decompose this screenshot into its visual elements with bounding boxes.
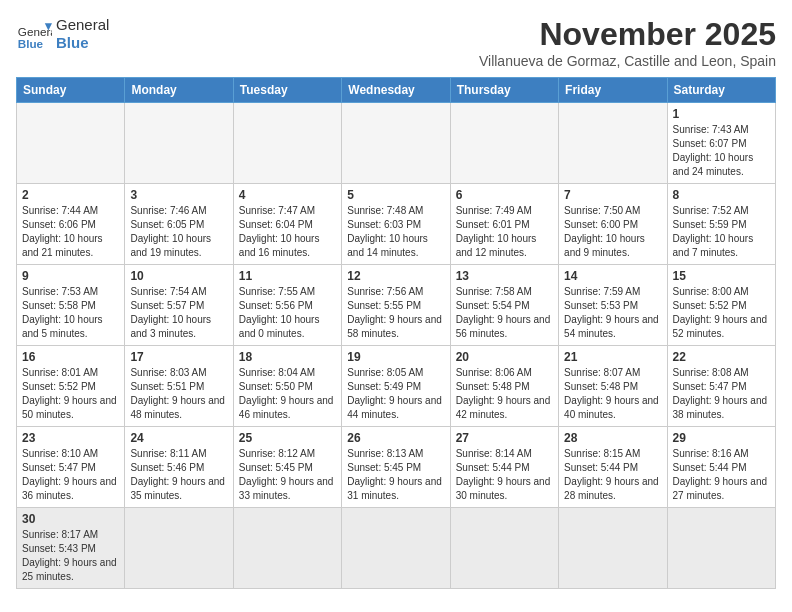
day-number: 20 — [456, 350, 553, 364]
day-info: Sunrise: 7:58 AM Sunset: 5:54 PM Dayligh… — [456, 285, 553, 341]
day-info: Sunrise: 8:07 AM Sunset: 5:48 PM Dayligh… — [564, 366, 661, 422]
day-info: Sunrise: 7:46 AM Sunset: 6:05 PM Dayligh… — [130, 204, 227, 260]
day-info: Sunrise: 8:11 AM Sunset: 5:46 PM Dayligh… — [130, 447, 227, 503]
day-cell — [450, 508, 558, 589]
day-number: 10 — [130, 269, 227, 283]
day-info: Sunrise: 7:53 AM Sunset: 5:58 PM Dayligh… — [22, 285, 119, 341]
day-cell: 19Sunrise: 8:05 AM Sunset: 5:49 PM Dayli… — [342, 346, 450, 427]
day-cell: 27Sunrise: 8:14 AM Sunset: 5:44 PM Dayli… — [450, 427, 558, 508]
day-info: Sunrise: 7:52 AM Sunset: 5:59 PM Dayligh… — [673, 204, 770, 260]
day-cell: 24Sunrise: 8:11 AM Sunset: 5:46 PM Dayli… — [125, 427, 233, 508]
day-cell: 29Sunrise: 8:16 AM Sunset: 5:44 PM Dayli… — [667, 427, 775, 508]
day-cell: 26Sunrise: 8:13 AM Sunset: 5:45 PM Dayli… — [342, 427, 450, 508]
day-info: Sunrise: 7:56 AM Sunset: 5:55 PM Dayligh… — [347, 285, 444, 341]
weekday-header-thursday: Thursday — [450, 78, 558, 103]
day-cell: 6Sunrise: 7:49 AM Sunset: 6:01 PM Daylig… — [450, 184, 558, 265]
day-number: 21 — [564, 350, 661, 364]
svg-text:Blue: Blue — [18, 37, 44, 50]
day-cell — [233, 103, 341, 184]
day-number: 3 — [130, 188, 227, 202]
calendar-table: SundayMondayTuesdayWednesdayThursdayFrid… — [16, 77, 776, 589]
week-row-4: 23Sunrise: 8:10 AM Sunset: 5:47 PM Dayli… — [17, 427, 776, 508]
day-number: 9 — [22, 269, 119, 283]
week-row-0: 1Sunrise: 7:43 AM Sunset: 6:07 PM Daylig… — [17, 103, 776, 184]
day-number: 7 — [564, 188, 661, 202]
day-cell: 30Sunrise: 8:17 AM Sunset: 5:43 PM Dayli… — [17, 508, 125, 589]
weekday-header-friday: Friday — [559, 78, 667, 103]
day-info: Sunrise: 7:50 AM Sunset: 6:00 PM Dayligh… — [564, 204, 661, 260]
day-cell: 7Sunrise: 7:50 AM Sunset: 6:00 PM Daylig… — [559, 184, 667, 265]
week-row-2: 9Sunrise: 7:53 AM Sunset: 5:58 PM Daylig… — [17, 265, 776, 346]
day-cell: 15Sunrise: 8:00 AM Sunset: 5:52 PM Dayli… — [667, 265, 775, 346]
day-info: Sunrise: 8:08 AM Sunset: 5:47 PM Dayligh… — [673, 366, 770, 422]
day-cell — [559, 103, 667, 184]
day-info: Sunrise: 7:44 AM Sunset: 6:06 PM Dayligh… — [22, 204, 119, 260]
weekday-header-wednesday: Wednesday — [342, 78, 450, 103]
day-cell — [342, 103, 450, 184]
day-cell: 11Sunrise: 7:55 AM Sunset: 5:56 PM Dayli… — [233, 265, 341, 346]
day-number: 6 — [456, 188, 553, 202]
week-row-1: 2Sunrise: 7:44 AM Sunset: 6:06 PM Daylig… — [17, 184, 776, 265]
day-info: Sunrise: 7:55 AM Sunset: 5:56 PM Dayligh… — [239, 285, 336, 341]
day-info: Sunrise: 7:49 AM Sunset: 6:01 PM Dayligh… — [456, 204, 553, 260]
day-cell: 2Sunrise: 7:44 AM Sunset: 6:06 PM Daylig… — [17, 184, 125, 265]
day-number: 28 — [564, 431, 661, 445]
day-number: 14 — [564, 269, 661, 283]
day-cell — [559, 508, 667, 589]
day-cell: 20Sunrise: 8:06 AM Sunset: 5:48 PM Dayli… — [450, 346, 558, 427]
day-info: Sunrise: 8:16 AM Sunset: 5:44 PM Dayligh… — [673, 447, 770, 503]
day-number: 22 — [673, 350, 770, 364]
day-cell: 23Sunrise: 8:10 AM Sunset: 5:47 PM Dayli… — [17, 427, 125, 508]
day-cell: 22Sunrise: 8:08 AM Sunset: 5:47 PM Dayli… — [667, 346, 775, 427]
day-number: 23 — [22, 431, 119, 445]
day-info: Sunrise: 8:04 AM Sunset: 5:50 PM Dayligh… — [239, 366, 336, 422]
day-cell — [450, 103, 558, 184]
day-info: Sunrise: 8:05 AM Sunset: 5:49 PM Dayligh… — [347, 366, 444, 422]
day-cell: 28Sunrise: 8:15 AM Sunset: 5:44 PM Dayli… — [559, 427, 667, 508]
weekday-header-saturday: Saturday — [667, 78, 775, 103]
day-cell: 9Sunrise: 7:53 AM Sunset: 5:58 PM Daylig… — [17, 265, 125, 346]
weekday-header-tuesday: Tuesday — [233, 78, 341, 103]
day-number: 26 — [347, 431, 444, 445]
weekday-header-monday: Monday — [125, 78, 233, 103]
day-number: 15 — [673, 269, 770, 283]
day-number: 17 — [130, 350, 227, 364]
subtitle: Villanueva de Gormaz, Castille and Leon,… — [479, 53, 776, 69]
day-number: 29 — [673, 431, 770, 445]
day-number: 12 — [347, 269, 444, 283]
day-number: 5 — [347, 188, 444, 202]
day-cell: 18Sunrise: 8:04 AM Sunset: 5:50 PM Dayli… — [233, 346, 341, 427]
logo: General Blue General Blue — [16, 16, 109, 52]
week-row-5: 30Sunrise: 8:17 AM Sunset: 5:43 PM Dayli… — [17, 508, 776, 589]
day-number: 24 — [130, 431, 227, 445]
day-cell: 4Sunrise: 7:47 AM Sunset: 6:04 PM Daylig… — [233, 184, 341, 265]
day-cell — [342, 508, 450, 589]
day-info: Sunrise: 8:06 AM Sunset: 5:48 PM Dayligh… — [456, 366, 553, 422]
day-number: 4 — [239, 188, 336, 202]
day-number: 16 — [22, 350, 119, 364]
day-number: 11 — [239, 269, 336, 283]
day-cell: 14Sunrise: 7:59 AM Sunset: 5:53 PM Dayli… — [559, 265, 667, 346]
day-cell — [667, 508, 775, 589]
day-number: 13 — [456, 269, 553, 283]
day-number: 1 — [673, 107, 770, 121]
day-cell: 17Sunrise: 8:03 AM Sunset: 5:51 PM Dayli… — [125, 346, 233, 427]
day-info: Sunrise: 7:54 AM Sunset: 5:57 PM Dayligh… — [130, 285, 227, 341]
day-cell: 12Sunrise: 7:56 AM Sunset: 5:55 PM Dayli… — [342, 265, 450, 346]
day-cell: 1Sunrise: 7:43 AM Sunset: 6:07 PM Daylig… — [667, 103, 775, 184]
month-title: November 2025 — [479, 16, 776, 53]
day-info: Sunrise: 8:13 AM Sunset: 5:45 PM Dayligh… — [347, 447, 444, 503]
day-number: 8 — [673, 188, 770, 202]
day-info: Sunrise: 8:12 AM Sunset: 5:45 PM Dayligh… — [239, 447, 336, 503]
day-number: 30 — [22, 512, 119, 526]
day-info: Sunrise: 8:00 AM Sunset: 5:52 PM Dayligh… — [673, 285, 770, 341]
day-cell: 5Sunrise: 7:48 AM Sunset: 6:03 PM Daylig… — [342, 184, 450, 265]
day-info: Sunrise: 8:17 AM Sunset: 5:43 PM Dayligh… — [22, 528, 119, 584]
day-info: Sunrise: 7:47 AM Sunset: 6:04 PM Dayligh… — [239, 204, 336, 260]
day-cell: 3Sunrise: 7:46 AM Sunset: 6:05 PM Daylig… — [125, 184, 233, 265]
day-number: 19 — [347, 350, 444, 364]
week-row-3: 16Sunrise: 8:01 AM Sunset: 5:52 PM Dayli… — [17, 346, 776, 427]
day-info: Sunrise: 7:48 AM Sunset: 6:03 PM Dayligh… — [347, 204, 444, 260]
logo-icon: General Blue — [16, 16, 52, 52]
day-cell: 21Sunrise: 8:07 AM Sunset: 5:48 PM Dayli… — [559, 346, 667, 427]
